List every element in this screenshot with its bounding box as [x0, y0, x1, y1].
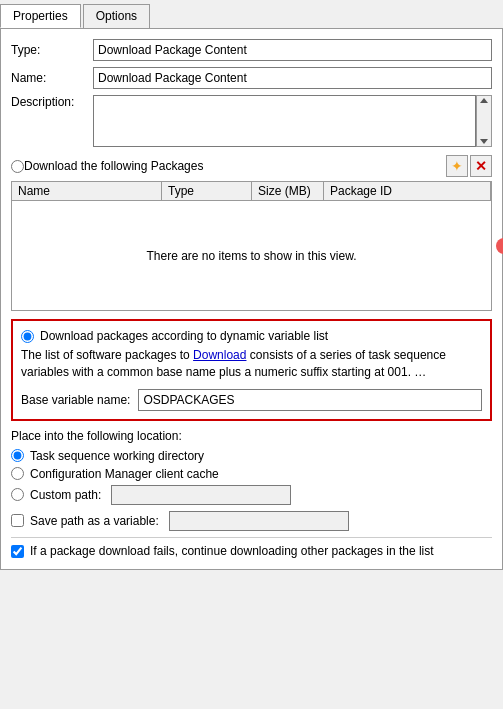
description-input[interactable] — [93, 95, 476, 147]
type-row: Type: — [11, 39, 492, 61]
table-header: Name Type Size (MB) Package ID — [12, 182, 491, 201]
save-path-checkbox-label[interactable]: Save path as a variable: — [30, 514, 159, 528]
dynamic-radio-row: Download packages according to dynamic v… — [21, 329, 482, 343]
dynamic-variable-section: Download packages according to dynamic v… — [11, 319, 492, 421]
package-toolbar: ✦ ✕ — [446, 155, 492, 177]
main-content: Type: Name: Description: Download the fo… — [0, 29, 503, 570]
radio-dynamic[interactable] — [21, 330, 34, 343]
radio-custom-path[interactable] — [11, 488, 24, 501]
radio-dynamic-label[interactable]: Download packages according to dynamic v… — [40, 329, 328, 343]
radio-custom-path-row: Custom path: — [11, 485, 492, 505]
col-size: Size (MB) — [252, 182, 324, 200]
name-label: Name: — [11, 71, 93, 85]
base-var-label: Base variable name: — [21, 393, 130, 407]
col-pkgid: Package ID — [324, 182, 491, 200]
dynamic-description: The list of software packages to Downloa… — [21, 347, 482, 381]
base-var-row: Base variable name: — [21, 389, 482, 411]
divider — [11, 537, 492, 538]
radio-task-seq-row: Task sequence working directory — [11, 449, 492, 463]
name-row: Name: — [11, 67, 492, 89]
footer-checkbox-row: If a package download fails, continue do… — [11, 544, 492, 560]
col-type: Type — [162, 182, 252, 200]
save-path-checkbox-row: Save path as a variable: — [11, 511, 492, 531]
type-input[interactable] — [93, 39, 492, 61]
download-link[interactable]: Download — [193, 348, 246, 362]
remove-package-button[interactable]: ✕ — [470, 155, 492, 177]
save-path-variable-input[interactable] — [169, 511, 349, 531]
base-var-input[interactable] — [138, 389, 482, 411]
package-radio-row: Download the following Packages — [11, 159, 203, 173]
type-label: Type: — [11, 43, 93, 57]
radio-cm-cache-label[interactable]: Configuration Manager client cache — [30, 467, 219, 481]
scrollbar[interactable] — [476, 95, 492, 147]
add-package-button[interactable]: ✦ — [446, 155, 468, 177]
radio-task-sequence-label[interactable]: Task sequence working directory — [30, 449, 204, 463]
tab-properties[interactable]: Properties — [0, 4, 81, 28]
radio-custom-path-label[interactable]: Custom path: — [30, 488, 101, 502]
info-icon-wrapper: ! — [496, 238, 503, 254]
save-path-checkbox[interactable] — [11, 514, 24, 527]
tab-options[interactable]: Options — [83, 4, 150, 28]
description-label: Description: — [11, 95, 93, 109]
radio-download-list[interactable] — [11, 160, 24, 173]
table-empty-message: There are no items to show in this view. — [12, 201, 491, 310]
name-input[interactable] — [93, 67, 492, 89]
radio-task-sequence[interactable] — [11, 449, 24, 462]
radio-cm-cache[interactable] — [11, 467, 24, 480]
info-icon: ! — [496, 238, 503, 254]
continue-download-label[interactable]: If a package download fails, continue do… — [30, 544, 434, 560]
package-table: Name Type Size (MB) Package ID There are… — [11, 181, 492, 311]
package-section-header: Download the following Packages ✦ ✕ — [11, 155, 492, 177]
continue-download-checkbox[interactable] — [11, 545, 24, 558]
radio-download-list-label[interactable]: Download the following Packages — [24, 159, 203, 173]
description-row: Description: — [11, 95, 492, 147]
radio-cm-cache-row: Configuration Manager client cache — [11, 467, 492, 481]
scroll-up-arrow — [480, 98, 488, 103]
scroll-down-arrow — [480, 139, 488, 144]
x-icon: ✕ — [475, 158, 487, 174]
custom-path-input[interactable] — [111, 485, 291, 505]
col-name: Name — [12, 182, 162, 200]
tab-bar: Properties Options — [0, 0, 503, 29]
star-icon: ✦ — [451, 158, 463, 174]
place-into-label: Place into the following location: — [11, 429, 492, 443]
package-table-container: Name Type Size (MB) Package ID There are… — [11, 181, 492, 311]
